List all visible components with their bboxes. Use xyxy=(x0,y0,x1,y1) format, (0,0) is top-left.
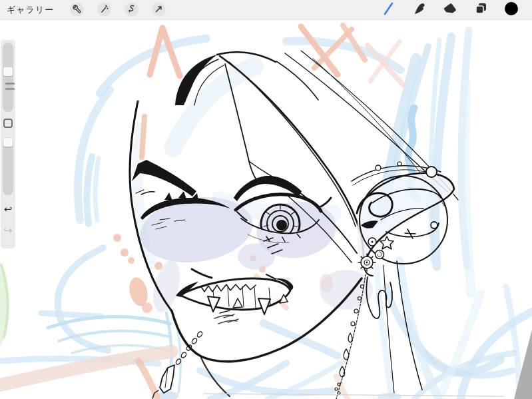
brush-size-handle[interactable] xyxy=(3,67,13,76)
transform-arrow-icon xyxy=(154,3,163,16)
magic-wand-icon xyxy=(100,3,109,16)
paint-tool-button[interactable] xyxy=(381,2,397,18)
modify-button[interactable] xyxy=(3,119,13,128)
wrench-icon xyxy=(73,3,81,16)
smudge-tool-button[interactable] xyxy=(411,2,427,18)
selection-s-icon xyxy=(127,3,136,16)
layers-button[interactable] xyxy=(473,2,489,18)
actions-button[interactable] xyxy=(70,3,84,17)
top-toolbar: ギャラリー xyxy=(0,0,532,20)
brush-size-slider[interactable] xyxy=(3,43,13,112)
drawing-canvas[interactable] xyxy=(0,0,532,399)
selection-button[interactable] xyxy=(125,3,138,17)
eraser-tool-button[interactable] xyxy=(442,2,458,18)
brush-opacity-handle[interactable] xyxy=(3,138,13,147)
brush-opacity-slider[interactable] xyxy=(3,137,13,195)
color-swatch-button[interactable] xyxy=(503,2,519,18)
procreate-window: ギャラリー xyxy=(0,0,532,399)
brush-sidebar: ↩ ↪ xyxy=(1,40,15,248)
sketch-layer-green xyxy=(0,261,9,346)
adjustments-button[interactable] xyxy=(97,3,111,17)
sidebar-grabber-line[interactable] xyxy=(5,83,15,85)
transform-button[interactable] xyxy=(152,3,166,17)
brush-icon xyxy=(382,1,396,19)
color-swatch-circle xyxy=(504,1,519,19)
gallery-button[interactable]: ギャラリー xyxy=(7,4,54,16)
sidebar-grabber-line[interactable] xyxy=(5,88,15,90)
undo-button[interactable]: ↩ xyxy=(1,202,15,216)
smudge-icon xyxy=(412,1,427,19)
eraser-icon xyxy=(443,2,457,18)
redo-button[interactable]: ↪ xyxy=(1,224,15,237)
layers-icon xyxy=(474,1,488,18)
